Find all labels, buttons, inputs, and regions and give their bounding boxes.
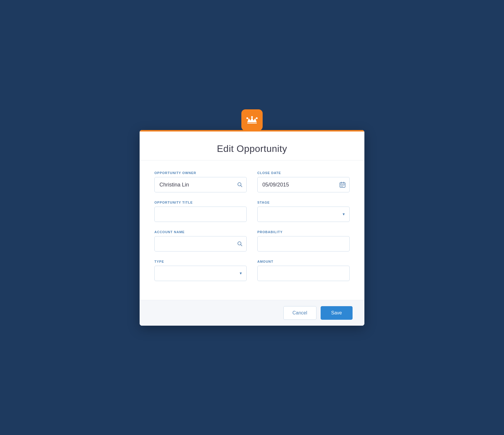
form-group-account-name: ACCOUNT NAME <box>154 230 247 251</box>
amount-input[interactable] <box>257 266 350 281</box>
svg-point-1 <box>251 116 253 118</box>
svg-point-0 <box>246 117 248 119</box>
stage-label: STAGE <box>257 201 350 204</box>
form-row-2: OPPORTUNITY TITLE STAGE Prospecting Qual… <box>154 201 350 222</box>
form-group-probability: PROBABILITY <box>257 230 350 251</box>
opportunity-owner-label: OPPORTUNITY OWNER <box>154 171 247 175</box>
close-date-input-wrapper <box>257 177 350 192</box>
stage-select-wrapper: Prospecting Qualification Needs Analysis… <box>257 207 350 222</box>
amount-input-wrapper <box>257 266 350 281</box>
opportunity-owner-input-wrapper <box>154 177 247 192</box>
opportunity-owner-input[interactable] <box>154 177 247 192</box>
opportunity-title-label: OPPORTUNITY TITLE <box>154 201 247 204</box>
form-row-3: ACCOUNT NAME PROBABILITY <box>154 230 350 251</box>
opportunity-title-input-wrapper <box>154 207 247 222</box>
form-group-amount: AMOUNT <box>257 260 350 281</box>
account-name-input-wrapper <box>154 236 247 251</box>
account-name-label: ACCOUNT NAME <box>154 230 247 234</box>
crown-icon <box>246 116 258 124</box>
probability-label: PROBABILITY <box>257 230 350 234</box>
form-group-close-date: CLOSE DATE <box>257 171 350 192</box>
modal-dialog: Edit Opportunity OPPORTUNITY OWNER <box>140 130 364 326</box>
save-button[interactable]: Save <box>321 306 353 320</box>
opportunity-title-input[interactable] <box>154 207 247 222</box>
form-group-type: TYPE Existing Business New Business ▼ <box>154 260 247 281</box>
type-select-wrapper: Existing Business New Business ▼ <box>154 266 247 281</box>
modal-body: OPPORTUNITY OWNER CLOSE DATE <box>140 160 364 300</box>
form-group-opportunity-title: OPPORTUNITY TITLE <box>154 201 247 222</box>
cancel-button[interactable]: Cancel <box>283 306 316 320</box>
stage-select[interactable]: Prospecting Qualification Needs Analysis… <box>257 207 350 222</box>
close-date-label: CLOSE DATE <box>257 171 350 175</box>
probability-input-wrapper <box>257 236 350 251</box>
form-group-opportunity-owner: OPPORTUNITY OWNER <box>154 171 247 192</box>
probability-input[interactable] <box>257 236 350 251</box>
modal-header: Edit Opportunity <box>140 132 364 160</box>
close-date-input[interactable] <box>257 177 350 192</box>
amount-label: AMOUNT <box>257 260 350 263</box>
crown-icon-box <box>241 109 263 131</box>
account-name-input[interactable] <box>154 236 247 251</box>
form-group-stage: STAGE Prospecting Qualification Needs An… <box>257 201 350 222</box>
type-label: TYPE <box>154 260 247 263</box>
crown-icon-wrapper <box>241 109 263 131</box>
svg-point-2 <box>256 117 258 119</box>
form-row-1: OPPORTUNITY OWNER CLOSE DATE <box>154 171 350 192</box>
modal-wrapper: Edit Opportunity OPPORTUNITY OWNER <box>140 109 364 326</box>
type-select[interactable]: Existing Business New Business <box>154 266 247 281</box>
form-row-4: TYPE Existing Business New Business ▼ AM… <box>154 260 350 281</box>
modal-footer: Cancel Save <box>140 300 364 326</box>
modal-title: Edit Opportunity <box>151 143 353 154</box>
